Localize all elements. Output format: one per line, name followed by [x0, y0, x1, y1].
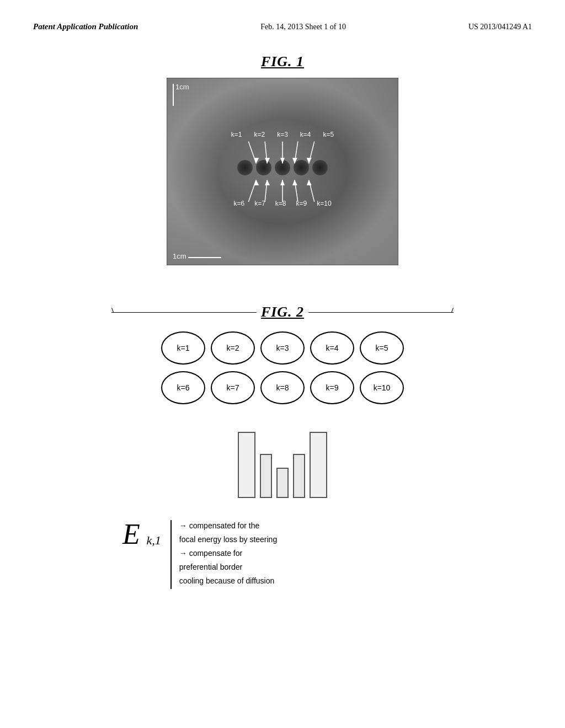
fig1-title: FIG. 1	[261, 53, 304, 70]
publication-label: Patent Application Publication	[33, 22, 138, 31]
svg-marker-15	[254, 180, 259, 185]
annotation-block: → compensated for the focal energy loss …	[170, 520, 443, 589]
bar-2	[260, 421, 272, 498]
label-k1: k=1	[231, 131, 242, 138]
patent-number: US 2013/041249 A1	[468, 23, 532, 31]
svg-line-8	[295, 180, 298, 202]
circles-row-2: k=6 k=7 k=8 k=9 k=10	[161, 371, 404, 404]
bracket-left	[111, 312, 257, 313]
circle-k7: k=7	[211, 371, 255, 404]
spot-5	[312, 160, 328, 175]
fig2-section: FIG. 2 k=1 k=2 k=3 k=4 k=5 k=6 k=7 k=8 k…	[33, 293, 532, 589]
label-k8: k=8	[275, 200, 286, 207]
svg-marker-19	[307, 180, 312, 185]
label-k2: k=2	[254, 131, 265, 138]
marker-top: 1cm	[173, 83, 189, 106]
circle-k4: k=4	[310, 331, 354, 365]
fig2-title: FIG. 2	[261, 304, 304, 320]
fig1-image: 1cm 1cm k=1 k=2 k=3 k=4 k=5	[167, 78, 398, 265]
label-k9: k=9	[296, 200, 307, 207]
circle-k9: k=9	[310, 371, 354, 404]
label-k6: k=6	[233, 200, 244, 207]
energy-label-area: E k,1 → compensated for the focal energy…	[122, 515, 443, 589]
svg-line-6	[265, 180, 267, 202]
fig1-top-labels: k=1 k=2 k=3 k=4 k=5	[231, 131, 334, 138]
fig2-outer: FIG. 2 k=1 k=2 k=3 k=4 k=5 k=6 k=7 k=8 k…	[95, 293, 470, 589]
svg-line-5	[248, 180, 256, 202]
annotation-2: focal energy loss by steering	[179, 534, 443, 545]
spot-3	[275, 160, 290, 175]
annotation-1: → compensated for the	[179, 520, 443, 532]
e-main: E	[122, 518, 140, 550]
annotation-5: cooling because of diffusion	[179, 575, 443, 587]
label-k10: k=10	[317, 200, 331, 207]
svg-marker-18	[292, 180, 297, 185]
bar-4	[293, 421, 305, 498]
bar-5	[310, 421, 327, 498]
label-k7: k=7	[254, 200, 265, 207]
circle-k3: k=3	[260, 331, 305, 365]
bar-3	[276, 421, 289, 498]
circles-row-1: k=1 k=2 k=3 k=4 k=5	[161, 331, 404, 365]
spot-2	[256, 160, 271, 175]
svg-marker-16	[265, 180, 270, 185]
bars-area	[122, 421, 443, 498]
annotation-4: preferential border	[179, 561, 443, 573]
header: Patent Application Publication Feb. 14, …	[33, 22, 532, 31]
svg-marker-17	[280, 180, 285, 185]
spot-4	[294, 160, 309, 175]
circle-k8: k=8	[260, 371, 305, 404]
annotation-3: → compensate for	[179, 548, 443, 559]
circles-grid: k=1 k=2 k=3 k=4 k=5 k=6 k=7 k=8 k=9 k=10	[111, 331, 454, 404]
marker-bottom: 1cm	[173, 252, 221, 260]
svg-line-9	[309, 180, 315, 202]
date-sheet-info: Feb. 14, 2013 Sheet 1 of 10	[260, 23, 346, 31]
page: Patent Application Publication Feb. 14, …	[0, 0, 565, 728]
fig1-spots	[237, 160, 328, 175]
fig1-section: FIG. 1 1cm 1cm k=1 k=2 k=3 k=4 k=5	[33, 53, 532, 265]
label-k5: k=5	[323, 131, 334, 138]
spot-1	[237, 160, 253, 175]
label-k4: k=4	[300, 131, 311, 138]
energy-symbol: E k,1	[122, 520, 140, 549]
circle-k5: k=5	[360, 331, 404, 365]
label-k3: k=3	[277, 131, 288, 138]
circle-k1: k=1	[161, 331, 205, 365]
circle-k2: k=2	[211, 331, 255, 365]
circle-k6: k=6	[161, 371, 205, 404]
circle-k10: k=10	[360, 371, 404, 404]
bracket-right	[308, 312, 454, 313]
e-subscript: k,1	[147, 533, 161, 548]
bar-1	[238, 421, 255, 498]
fig1-bottom-labels: k=6 k=7 k=8 k=9 k=10	[233, 200, 331, 207]
fig2-bracket: FIG. 2	[111, 304, 454, 320]
